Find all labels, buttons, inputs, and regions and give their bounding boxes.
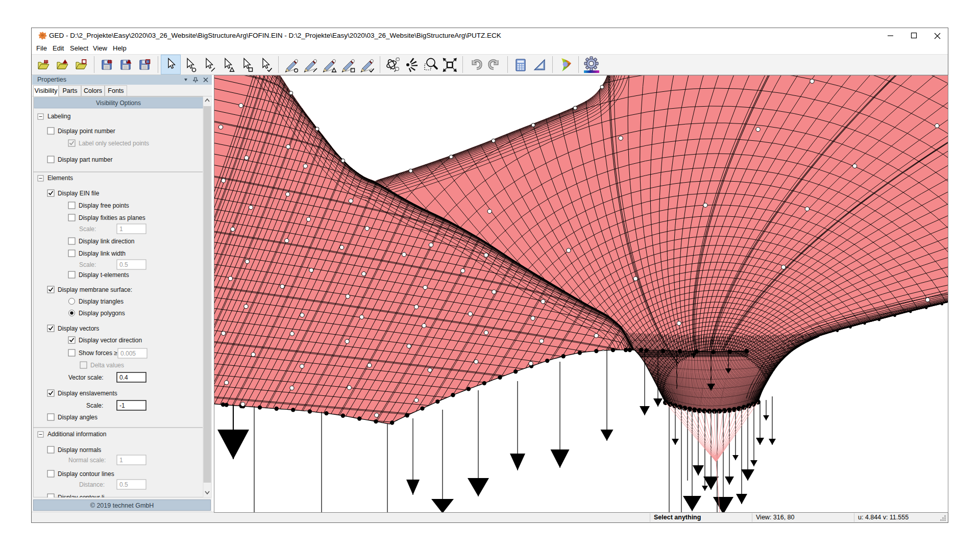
svg-text:1: 1 <box>119 226 123 233</box>
svg-text:Labeling: Labeling <box>47 113 70 120</box>
svg-text:Display point number: Display point number <box>58 128 115 135</box>
svg-text:Delta values: Delta values <box>90 362 124 369</box>
svg-text:Visibility Options: Visibility Options <box>96 99 141 107</box>
svg-text:0.5: 0.5 <box>119 481 128 488</box>
svg-text:-1: -1 <box>119 402 125 409</box>
svg-text:Display EIN file: Display EIN file <box>58 190 100 197</box>
svg-text:0.005: 0.005 <box>120 350 136 357</box>
svg-text:Show forces ≥: Show forces ≥ <box>79 349 117 357</box>
svg-text:Display triangles: Display triangles <box>79 298 124 305</box>
svg-text:Display link direction: Display link direction <box>79 238 134 245</box>
svg-text:0.5: 0.5 <box>119 261 128 268</box>
svg-text:Vector scale:: Vector scale: <box>68 374 104 381</box>
svg-text:Display polygons: Display polygons <box>79 310 125 317</box>
svg-text:Normal scale:: Normal scale: <box>68 457 106 464</box>
svg-text:Elements: Elements <box>47 174 73 182</box>
svg-text:Display part number: Display part number <box>58 156 112 163</box>
svg-text:Scale:: Scale: <box>79 261 96 268</box>
svg-text:Display link width: Display link width <box>79 250 126 257</box>
svg-text:Additional information: Additional information <box>47 431 106 438</box>
svg-text:Distance:: Distance: <box>79 481 105 488</box>
svg-text:Display vectors: Display vectors <box>58 325 99 332</box>
svg-text:Display fixities as planes: Display fixities as planes <box>79 214 145 221</box>
svg-text:0.4: 0.4 <box>119 374 128 381</box>
svg-text:Display enslavements: Display enslavements <box>58 390 117 397</box>
svg-text:Display membrane surface:: Display membrane surface: <box>58 286 132 293</box>
svg-text:1: 1 <box>119 457 123 464</box>
svg-text:Display contour li: Display contour li <box>58 494 104 501</box>
svg-text:Display t-elements: Display t-elements <box>79 271 129 279</box>
svg-text:Display angles: Display angles <box>58 414 97 421</box>
svg-text:Scale:: Scale: <box>79 226 96 233</box>
svg-text:Display free points: Display free points <box>79 202 129 209</box>
svg-text:Scale:: Scale: <box>86 402 103 409</box>
svg-text:Display vector direction: Display vector direction <box>79 337 142 344</box>
svg-text:Label only selected points: Label only selected points <box>79 140 149 147</box>
svg-text:Display normals: Display normals <box>58 446 101 454</box>
svg-text:Display contour lines: Display contour lines <box>58 470 114 478</box>
